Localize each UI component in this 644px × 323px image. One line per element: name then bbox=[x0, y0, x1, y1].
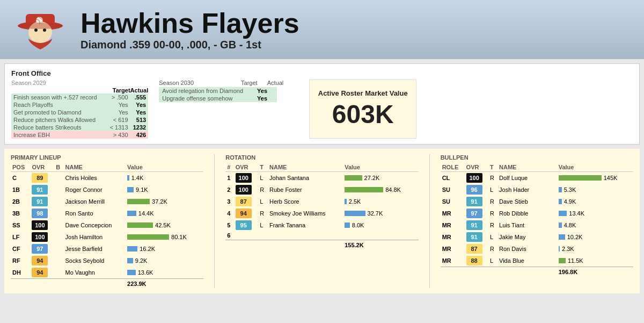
table-row: 1100LJohan Santana27.2K bbox=[225, 172, 418, 184]
lineup-table: POSOVRBNAMEValueC89Chris Hoiles1.4K1B91R… bbox=[11, 163, 203, 288]
table-row: 494RSmokey Joe Williams32.7K bbox=[225, 207, 418, 219]
bullpen-title: BULLPEN bbox=[441, 154, 633, 161]
fo-2029: Season 2029 TargetActualFinish season wi… bbox=[11, 80, 148, 139]
table-row: RF94Socks Seybold9.2K bbox=[11, 255, 203, 267]
mv-value: 603K bbox=[332, 99, 394, 129]
table-row: SS100Dave Concepcion42.5K bbox=[11, 219, 203, 231]
sep-1 bbox=[214, 154, 215, 288]
front-office: Front Office Season 2029 TargetActualFin… bbox=[4, 63, 640, 145]
table-row: MR91LJakie May10.2K bbox=[441, 231, 633, 243]
market-value-box: Active Roster Market Value 603K bbox=[309, 80, 416, 139]
sep-2 bbox=[429, 154, 430, 288]
table-row: 6 bbox=[225, 231, 418, 240]
rotation-panel: ROTATION #OVRTNAMEValue1100LJohan Santan… bbox=[225, 154, 418, 288]
fo-title: Front Office bbox=[11, 69, 633, 77]
table-row: 2B91Jackson Merrill37.2K bbox=[11, 196, 203, 207]
header: ⚾ Hawkins Flayers Diamond .359 00-00, .0… bbox=[0, 0, 644, 59]
fo-2030: Season 2030 Target Actual Avoid relegati… bbox=[159, 80, 298, 139]
svg-point-6 bbox=[18, 23, 63, 29]
table-row: 2100RRube Foster84.8K bbox=[225, 184, 418, 196]
table-row: MR88LVida Blue11.5K bbox=[441, 255, 633, 267]
table-row: CL100RDolf Luque145K bbox=[441, 172, 633, 184]
table-row: LF100Josh Hamilton80.1K bbox=[11, 231, 203, 243]
lineup-panel: PRIMARY LINEUP POSOVRBNAMEValueC89Chris … bbox=[11, 154, 203, 288]
team-logo: ⚾ bbox=[11, 5, 70, 54]
table-row: 387LHerb Score2.5K bbox=[225, 196, 418, 207]
season-2030-label: Season 2030 bbox=[159, 80, 194, 86]
table-row: 3B98Ron Santo14.4K bbox=[11, 207, 203, 219]
table-row: C89Chris Hoiles1.4K bbox=[11, 172, 203, 184]
table-row: 595LFrank Tanana8.0K bbox=[225, 219, 418, 231]
table-row: 1B91Roger Connor9.1K bbox=[11, 184, 203, 196]
bullpen-panel: BULLPEN ROLEOVRTNAMEValueCL100RDolf Luqu… bbox=[441, 154, 633, 288]
table-row: MR97RRob Dibble13.4K bbox=[441, 207, 633, 219]
rotation-title: ROTATION bbox=[225, 154, 418, 161]
bottom-section: PRIMARY LINEUP POSOVRBNAMEValueC89Chris … bbox=[4, 149, 640, 293]
team-subtitle: Diamond .359 00-00, .000, - GB - 1st bbox=[80, 39, 299, 51]
table-row: DH94Mo Vaughn13.6K bbox=[11, 267, 203, 279]
table-row: MR91RLuis Tiant4.8K bbox=[441, 219, 633, 231]
s2030-target-header: Target bbox=[241, 80, 258, 86]
lineup-title: PRIMARY LINEUP bbox=[11, 154, 203, 161]
mv-title: Active Roster Market Value bbox=[318, 89, 408, 97]
rotation-table: #OVRTNAMEValue1100LJohan Santana27.2K210… bbox=[225, 163, 418, 249]
table-row: CF97Jesse Barfield16.2K bbox=[11, 243, 203, 255]
table-row: SU91RDave Stieb4.9K bbox=[441, 196, 633, 207]
fo-goals-2030-table: Avoid relegation from DiamondYesUpgrade … bbox=[159, 87, 277, 102]
s2030-actual-header: Actual bbox=[267, 80, 284, 86]
team-info: Hawkins Flayers Diamond .359 00-00, .000… bbox=[80, 8, 299, 51]
fo-goals-2029-table: TargetActualFinish season with +.527 rec… bbox=[11, 87, 148, 139]
bullpen-table: ROLEOVRTNAMEValueCL100RDolf Luque145KSU9… bbox=[441, 163, 633, 276]
team-name: Hawkins Flayers bbox=[80, 8, 299, 39]
table-row: MR87RRon Davis2.3K bbox=[441, 243, 633, 255]
season-2029-label: Season 2029 bbox=[11, 80, 148, 86]
table-row: SU96LJosh Hader5.3K bbox=[441, 184, 633, 196]
